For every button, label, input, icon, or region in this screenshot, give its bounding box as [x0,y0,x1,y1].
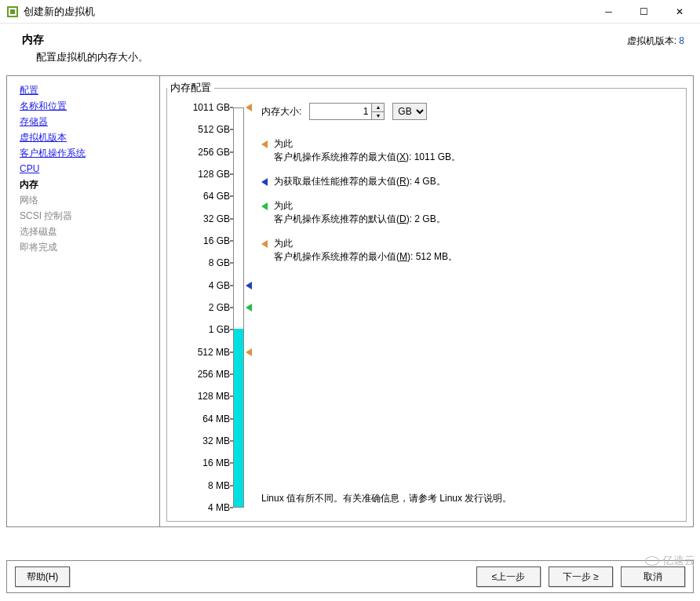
slider-tick-label: 1011 GB [183,102,230,113]
memory-config-group: 内存配置 1011 GB512 GB256 GB128 GB64 GB32 GB… [166,81,687,522]
memory-size-label: 内存大小: [261,105,301,118]
sidebar-step-4[interactable]: 客户机操作系统 [20,145,159,161]
memory-unit-select[interactable]: GB [392,103,427,120]
help-button[interactable]: 帮助(H) [15,566,70,587]
sidebar-step-3[interactable]: 虚拟机版本 [20,129,159,145]
slider-tick-label: 128 GB [183,169,230,180]
close-button[interactable]: ✕ [662,1,697,23]
wizard-header: 内存 配置虚拟机的内存大小。 虚拟机版本: 8 [0,24,700,72]
slider-marker-orange [246,348,252,356]
slider-tick-label: 32 MB [183,435,230,446]
cancel-button[interactable]: 取消 [621,566,685,587]
app-icon [6,5,19,18]
sidebar-step-10: 即将完成 [20,239,159,255]
recommendation-text: 为此客户机操作系统推荐的默认值(D): 2 GB。 [274,199,446,226]
slider-tick-label: 128 MB [183,391,230,402]
window-buttons: ─ ☐ ✕ [591,1,697,23]
sidebar-step-7: 网络 [20,192,159,208]
memory-footnote: Linux 值有所不同。有关准确信息，请参考 Linux 发行说明。 [261,492,512,505]
next-button[interactable]: 下一步 ≥ [549,566,613,587]
triangle-orange-icon [261,140,268,148]
svg-rect-1 [10,9,15,14]
slider-tick-label: 64 MB [183,413,230,424]
sidebar-step-1[interactable]: 名称和位置 [20,98,159,114]
recommendation-text: 为此客户机操作系统推荐的最大值(X): 1011 GB。 [274,137,461,164]
page-title: 内存 [22,33,627,47]
slider-tick-label: 32 GB [183,213,230,224]
maximize-button[interactable]: ☐ [626,1,662,23]
recommendation-row: 为此客户机操作系统推荐的最大值(X): 1011 GB。 [261,137,678,164]
wizard-body: 配置名称和位置存储器虚拟机版本客户机操作系统CPU内存网络SCSI 控制器选择磁… [0,72,700,527]
sidebar-step-2[interactable]: 存储器 [20,114,159,129]
slider-tick-label: 16 MB [183,457,230,468]
spinner-up-icon[interactable]: ▲ [372,104,384,112]
slider-tick-label: 64 GB [183,191,230,202]
slider-tick-label: 512 GB [183,124,230,135]
slider-tick-label: 4 GB [183,280,230,291]
vm-version-label: 虚拟机版本: [627,35,676,46]
wizard-steps-sidebar: 配置名称和位置存储器虚拟机版本客户机操作系统CPU内存网络SCSI 控制器选择磁… [6,75,160,527]
window-title: 创建新的虚拟机 [24,5,591,19]
slider-tick-label: 256 MB [183,369,230,380]
recommendation-row: 为此客户机操作系统推荐的默认值(D): 2 GB。 [261,199,678,226]
slider-tick-label: 4 MB [183,502,230,513]
memory-size-row: 内存大小: ▲ ▼ GB [261,103,678,120]
wizard-buttonbar: 帮助(H) ≤上一步 下一步 ≥ 取消 [6,560,694,593]
slider-tick-label: 16 GB [183,235,230,246]
sidebar-step-8: SCSI 控制器 [20,208,159,224]
slider-marker-orange [246,104,252,111]
back-button[interactable]: ≤上一步 [476,566,541,587]
slider-marker-green [246,304,252,311]
memory-size-input[interactable] [309,103,372,120]
sidebar-step-5[interactable]: CPU [20,161,159,177]
slider-track[interactable] [233,107,244,508]
slider-marker-blue [246,282,252,290]
slider-tick-label: 2 GB [183,302,230,313]
triangle-green-icon [261,202,268,210]
page-subtitle: 配置虚拟机的内存大小。 [36,50,627,64]
sidebar-step-0[interactable]: 配置 [20,82,159,98]
vm-version-value: 8 [679,35,684,46]
memory-config-legend: 内存配置 [167,81,214,95]
triangle-blue-icon [261,178,268,186]
slider-tick-label: 256 GB [183,147,230,158]
triangle-orange-icon [261,240,268,248]
memory-details: 内存大小: ▲ ▼ GB 为此客户机操作系统推荐的最大值(X): 1011 GB… [261,101,678,515]
minimize-button[interactable]: ─ [591,1,626,23]
titlebar: 创建新的虚拟机 ─ ☐ ✕ [0,0,700,24]
slider-tick-label: 8 MB [183,480,230,491]
vm-version: 虚拟机版本: 8 [627,35,684,48]
slider-fill [234,329,243,507]
sidebar-step-6: 内存 [20,177,159,192]
recommendation-row: 为获取最佳性能推荐的最大值(R): 4 GB。 [261,175,678,188]
main-panel: 内存配置 1011 GB512 GB256 GB128 GB64 GB32 GB… [160,75,694,527]
slider-tick-label: 8 GB [183,257,230,268]
recommendation-text: 为此客户机操作系统推荐的最小值(M): 512 MB。 [274,237,458,264]
slider-tick-label: 1 GB [183,324,230,335]
memory-slider[interactable]: 1011 GB512 GB256 GB128 GB64 GB32 GB16 GB… [175,101,253,515]
sidebar-step-9: 选择磁盘 [20,224,159,239]
recommendation-row: 为此客户机操作系统推荐的最小值(M): 512 MB。 [261,237,678,264]
recommendation-text: 为获取最佳性能推荐的最大值(R): 4 GB。 [274,175,446,188]
memory-size-spinner[interactable]: ▲ ▼ [372,103,385,120]
slider-tick-label: 512 MB [183,347,230,358]
spinner-down-icon[interactable]: ▼ [372,112,384,120]
